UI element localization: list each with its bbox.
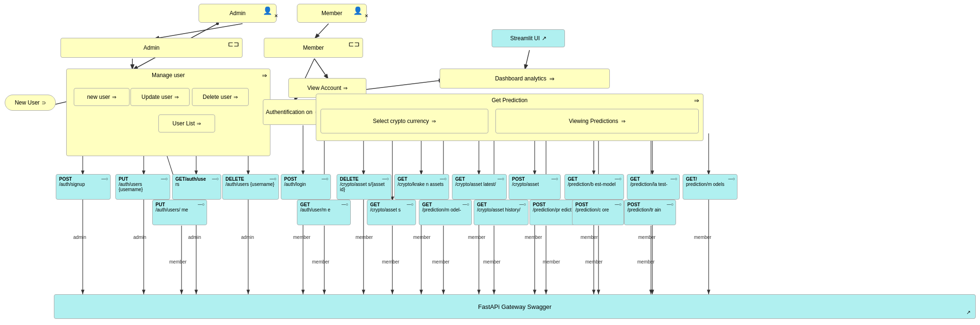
api-get-prediction-models-method: GET/ xyxy=(686,176,697,182)
api-post-signup-method: POST xyxy=(59,176,72,182)
api-get-prediction-latest-link-icon: —○ xyxy=(671,176,677,181)
api-post-signup-path: /auth/signup xyxy=(59,182,85,187)
new-user-right-icon: ⊃ xyxy=(42,100,46,106)
svg-line-6 xyxy=(314,59,329,79)
select-crypto-label: Select crypto currency xyxy=(373,118,429,124)
api-get-asset-latest-method: GET xyxy=(455,176,465,182)
api-delete-users-link-icon: —○ xyxy=(270,176,277,181)
api-delete-crypto: DELETE /crypto/asset s/{asset id} —○ xyxy=(337,174,391,200)
svg-line-14 xyxy=(366,80,444,89)
delete-user-label: Delete user xyxy=(203,94,232,100)
role-member-pm: member xyxy=(432,259,450,264)
api-get-auth-user-me-path: /auth/user/m e xyxy=(300,207,330,212)
member-box-label: Member xyxy=(303,44,324,51)
api-get-crypto-history: GET /crypto/asset history/ —○ xyxy=(474,200,529,225)
admin-actor-label: Admin xyxy=(229,10,245,17)
api-post-prediction-core-method: POST xyxy=(575,202,588,207)
role-member-pt: member xyxy=(637,259,655,264)
streamlit-ext-icon: ↗ xyxy=(542,35,546,42)
api-get-crypto-assets-method: GET xyxy=(370,202,380,207)
api-get-auth-user-me: GET /auth/user/m e —○ xyxy=(297,200,351,225)
api-post-login-link-icon: —○ xyxy=(322,176,329,181)
api-get-prediction-models-link-icon: —○ xyxy=(728,176,735,181)
api-delete-crypto-path: /crypto/asset s/{asset id} xyxy=(340,182,388,192)
api-put-users-path: /auth/users {username} xyxy=(119,182,167,192)
streamlit-ui-label: Streamlit UI xyxy=(510,35,540,42)
role-member-crypto4: member xyxy=(525,235,542,240)
member-close-icon: ✕ xyxy=(364,13,368,18)
fastapi-gateway-label: FastAPi Gateway Swagger xyxy=(478,303,551,310)
role-member-pred2: member xyxy=(638,235,656,240)
new-user-box-label: new user xyxy=(87,94,110,100)
user-list-label: User List xyxy=(173,120,195,127)
role-admin4: admin xyxy=(241,235,254,240)
api-put-users-link-icon: —○ xyxy=(161,176,168,181)
api-get-best-model-path: /prediction/b est-model xyxy=(568,182,616,187)
new-user-box: new user ⇒ xyxy=(74,88,130,106)
view-account-label: View Account xyxy=(307,85,341,91)
viewing-predictions-label: Viewing Predictions xyxy=(569,118,618,124)
api-get-auth-users-link-icon: —○ xyxy=(212,176,219,181)
api-put-users-me: PUT /auth/users/ me —○ xyxy=(152,200,207,225)
api-get-kraken-link-icon: —○ xyxy=(440,176,447,181)
authentication-box: Authentification on ⇒ xyxy=(263,99,321,125)
api-get-best-model-link-icon: —○ xyxy=(615,176,622,181)
api-post-crypto-asset-path: /crypto/asset xyxy=(512,182,539,187)
api-get-asset-latest-path: /crypto/asset latest/ xyxy=(455,182,496,187)
api-get-auth-users-path: rs xyxy=(175,182,179,187)
api-get-asset-latest: GET /crypto/asset latest/ —○ xyxy=(452,174,507,200)
api-get-best-model-method: GET xyxy=(568,176,578,182)
api-post-prediction-train-method: POST xyxy=(627,202,640,207)
api-post-prediction-train-link-icon: —○ xyxy=(667,202,674,207)
api-put-users-me-link-icon: —○ xyxy=(198,202,205,207)
admin-actor: Admin 👤 ✕ xyxy=(199,4,277,23)
api-post-login-path: /auth/login xyxy=(284,182,306,187)
get-prediction-arrow-icon: ⇒ xyxy=(694,97,699,104)
admin-box: Admin ⊏⊐ xyxy=(61,38,243,58)
api-get-prediction-model-path: /prediction/m odel- xyxy=(422,207,461,212)
api-post-prediction-core-path: /prediction/c ore xyxy=(575,207,609,212)
role-admin2: admin xyxy=(133,235,146,240)
role-member1: member xyxy=(293,235,311,240)
select-crypto-arrow-icon: ⇒ xyxy=(432,118,436,124)
role-member-pp: member xyxy=(543,259,560,264)
authentication-label: Authentification on xyxy=(264,109,314,115)
api-get-asset-latest-link-icon: —○ xyxy=(498,176,504,181)
viewing-predictions-arrow-icon: ⇒ xyxy=(621,118,625,124)
role-member-pc: member xyxy=(585,259,603,264)
delete-user-arrow-icon: ⇒ xyxy=(234,94,238,100)
api-get-crypto-assets-path: /crypto/asset s xyxy=(370,207,400,212)
new-user-pill: New User ⊃ xyxy=(5,95,56,111)
svg-line-2 xyxy=(154,24,243,39)
svg-line-17 xyxy=(525,50,529,70)
api-post-prediction-predict-path: /prediction/pr edict xyxy=(533,207,572,212)
api-get-prediction-models: GET/ prediction/m odels —○ xyxy=(683,174,737,200)
update-user-label: Update user xyxy=(141,94,172,100)
get-prediction-label: Get Prediction xyxy=(492,97,528,104)
user-list-arrow-icon: ⇒ xyxy=(197,121,201,127)
api-post-crypto-asset: POST /crypto/asset —○ xyxy=(509,174,561,200)
api-post-prediction-train-path: /prediction/tr ain xyxy=(627,207,661,212)
role-member2: member xyxy=(312,259,330,264)
fastapi-ext-icon: ↗ xyxy=(966,309,971,316)
role-member-ch: member xyxy=(483,259,501,264)
delete-user-box: Delete user ⇒ xyxy=(192,88,249,106)
api-get-auth-user-me-method: GET xyxy=(300,202,310,207)
api-put-users-method: PUT xyxy=(119,176,128,182)
api-get-crypto-assets: GET /crypto/asset s —○ xyxy=(367,200,416,225)
api-post-login-method: POST xyxy=(284,176,297,182)
api-put-users-me-path: /auth/users/ me xyxy=(156,207,188,212)
view-account-arrow-icon: ⇒ xyxy=(343,85,347,91)
api-post-prediction-core-link-icon: —○ xyxy=(615,202,622,207)
api-delete-crypto-link-icon: —○ xyxy=(382,176,389,181)
role-member-pred1: member xyxy=(581,235,598,240)
api-delete-users: DELETE /auth/users {username} —○ xyxy=(222,174,279,200)
member-actor: Member 👤 ✕ xyxy=(297,4,367,23)
role-member-crypto3: member xyxy=(468,235,486,240)
api-delete-users-path: /auth/users {username} xyxy=(225,182,274,187)
svg-line-4 xyxy=(314,24,329,39)
select-crypto-box: Select crypto currency ⇒ xyxy=(321,109,488,133)
dashboard-arrow-icon: ⇒ xyxy=(549,75,555,82)
api-post-signup-link-icon: —○ xyxy=(102,176,108,181)
api-post-prediction-train: POST /prediction/tr ain —○ xyxy=(624,200,676,225)
